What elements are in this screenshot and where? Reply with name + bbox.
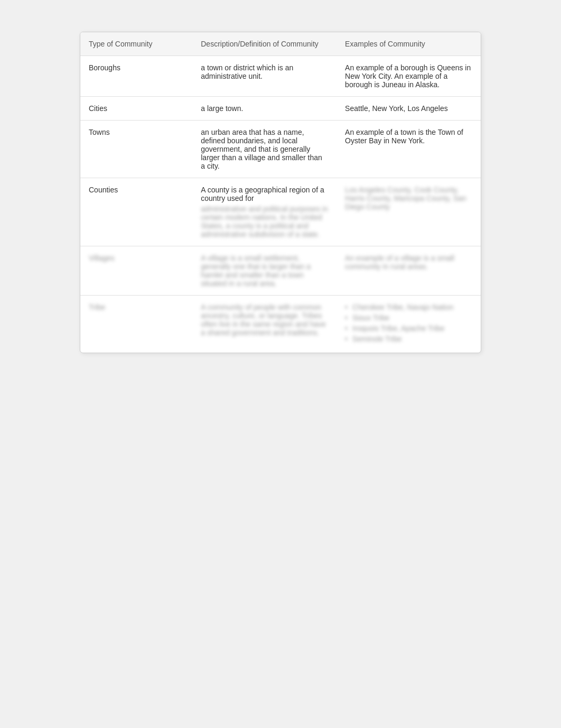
table-header-row: Type of Community Description/Definition… [80, 32, 481, 56]
cell-type-counties: Counties [80, 178, 192, 246]
cell-example-counties: Los Angeles County, Cook County, Harris … [336, 178, 481, 246]
cell-desc-boroughs: a town or district which is an administr… [192, 56, 336, 97]
table-row: Counties A county is a geographical regi… [80, 178, 481, 246]
cell-desc-blurred-1: A village is a small settlement, general… [192, 246, 336, 296]
cell-example-towns: An example of a town is the Town of Oyst… [336, 121, 481, 178]
table-row: Boroughs a town or district which is an … [80, 56, 481, 97]
cell-type-cities: Cities [80, 97, 192, 121]
cell-example-blurred-1: An example of a village is a small commu… [336, 246, 481, 296]
table-row: Tribe A community of people with common … [80, 296, 481, 353]
cell-desc-cities: a large town. [192, 97, 336, 121]
header-desc: Description/Definition of Community [192, 32, 336, 56]
cell-type-blurred-2: Tribe [80, 296, 192, 353]
header-example: Examples of Community [336, 32, 481, 56]
table-row: Towns an urban area that has a name, def… [80, 121, 481, 178]
community-table: Type of Community Description/Definition… [80, 32, 481, 353]
cell-type-boroughs: Boroughs [80, 56, 192, 97]
cell-type-blurred-1: Villages [80, 246, 192, 296]
cell-example-boroughs: An example of a borough is Queens in New… [336, 56, 481, 97]
cell-desc-blurred-2: A community of people with common ancest… [192, 296, 336, 353]
cell-example-blurred-2: Cherokee Tribe, Navajo Nation Sioux Trib… [336, 296, 481, 353]
table-row: Villages A village is a small settlement… [80, 246, 481, 296]
cell-example-cities: Seattle, New York, Los Angeles [336, 97, 481, 121]
header-type: Type of Community [80, 32, 192, 56]
cell-desc-towns: an urban area that has a name, defined b… [192, 121, 336, 178]
cell-desc-counties: A county is a geographical region of a c… [192, 178, 336, 246]
table-row: Cities a large town. Seattle, New York, … [80, 97, 481, 121]
cell-type-towns: Towns [80, 121, 192, 178]
